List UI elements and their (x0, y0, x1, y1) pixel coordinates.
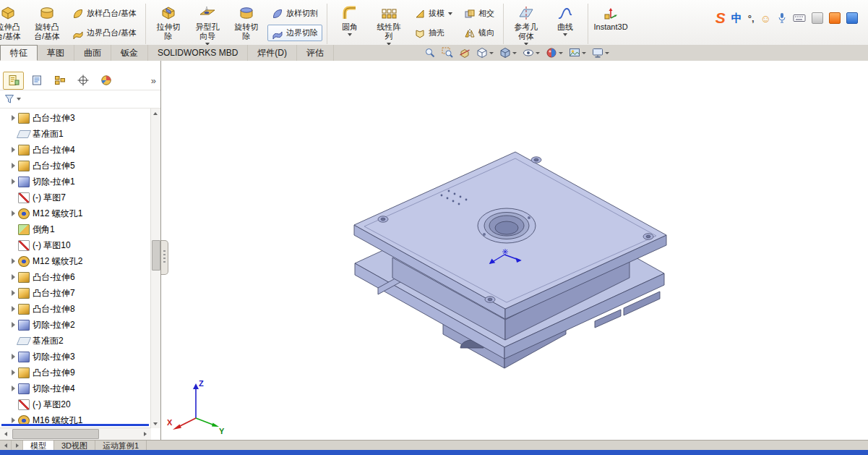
mirror-button[interactable]: 镜向 (460, 25, 499, 41)
tree-item[interactable]: 凸台-拉伸8 (0, 301, 151, 317)
shell-button[interactable]: 抽壳 (410, 25, 457, 41)
expand-arrow-icon[interactable] (12, 370, 15, 375)
display-style-icon[interactable] (498, 46, 518, 60)
expand-arrow-icon[interactable] (12, 115, 15, 121)
mic-icon[interactable] (777, 12, 787, 24)
tab-scroll-right-icon[interactable] (12, 441, 23, 451)
curves-button[interactable]: 曲线 (546, 1, 585, 36)
emoji-icon[interactable]: ☺ (760, 12, 771, 25)
tree-horizontal-scrollbar[interactable] (0, 428, 151, 440)
expand-arrow-icon[interactable] (12, 211, 15, 216)
panel-splitter[interactable] (161, 240, 168, 275)
dimxpert-tab[interactable] (72, 72, 93, 90)
tree-item[interactable]: 基准面2 (0, 333, 151, 349)
vertical-scroll-thumb[interactable] (152, 240, 160, 271)
hide-show-items-icon[interactable] (521, 46, 541, 60)
configurationmanager-tab[interactable] (49, 72, 70, 90)
tab-motion-study[interactable]: 运动算例1 (95, 441, 147, 451)
boundary-cut-button[interactable]: 边界切除 (267, 25, 322, 41)
tree-item[interactable]: 凸台-拉伸5 (0, 158, 151, 174)
tree-item[interactable]: M12 螺纹孔1 (0, 205, 151, 221)
screenshot-icon[interactable] (812, 12, 823, 24)
filter-funnel-icon[interactable] (4, 94, 14, 104)
tree-item[interactable]: (-) 草图7 (0, 190, 151, 205)
3d-model[interactable] (161, 61, 868, 440)
expand-arrow-icon[interactable] (12, 322, 15, 328)
expand-arrow-icon[interactable] (12, 163, 15, 169)
sogou-logo-icon[interactable]: S (716, 11, 726, 25)
tree-item[interactable]: 切除-拉伸1 (0, 174, 151, 190)
tree-item[interactable]: 凸台-拉伸4 (0, 142, 151, 158)
tab-evaluate[interactable]: 评估 (297, 45, 334, 61)
expand-arrow-icon[interactable] (12, 258, 15, 264)
apply-scene-icon[interactable] (567, 46, 588, 60)
displaymanager-tab[interactable] (95, 72, 116, 90)
zoom-fit-icon[interactable] (423, 46, 437, 60)
tab-3d-views[interactable]: 3D视图 (54, 441, 95, 451)
extruded-cut-button[interactable]: 拉伸切 除 (149, 1, 188, 41)
rollback-bar[interactable] (1, 424, 149, 426)
tree-item[interactable]: 切除-拉伸3 (0, 349, 151, 365)
tree-item[interactable]: 基准面1 (0, 126, 151, 142)
boundary-boss-base-button[interactable]: 边界凸台/基体 (68, 25, 141, 41)
reference-geometry-button[interactable]: 参考几 何体 (507, 1, 546, 46)
revolved-cut-button[interactable]: 旋转切 除 (227, 1, 266, 41)
lofted-cut-button[interactable]: 放样切割 (267, 5, 322, 22)
scroll-up-icon[interactable] (151, 109, 160, 118)
tree-item[interactable]: 凸台-拉伸3 (0, 110, 151, 126)
graphics-area[interactable]: Z X Y (161, 61, 868, 440)
instant3d-button[interactable]: Instant3D (591, 1, 630, 32)
linear-pattern-button[interactable]: 线性阵 列 (369, 1, 408, 46)
expand-arrow-icon[interactable] (12, 386, 15, 391)
tree-item[interactable]: (-) 草图10 (0, 237, 151, 253)
expand-arrow-icon[interactable] (12, 417, 15, 423)
tab-scroll-left-icon[interactable] (0, 441, 12, 451)
scroll-left-icon[interactable] (1, 430, 11, 439)
view-orientation-icon[interactable] (475, 46, 495, 60)
lofted-boss-base-button[interactable]: 放样凸台/基体 (68, 5, 141, 22)
view-settings-icon[interactable] (590, 46, 611, 60)
tree-item[interactable]: 凸台-拉伸7 (0, 285, 151, 301)
draft-button[interactable]: 拔模 (410, 5, 457, 22)
expand-arrow-icon[interactable] (12, 147, 15, 153)
expand-arrow-icon[interactable] (12, 274, 15, 280)
tab-solidworks-mbd[interactable]: SOLIDWORKS MBD (148, 45, 248, 61)
toolbox-icon[interactable] (846, 12, 858, 24)
expand-arrow-icon[interactable] (12, 179, 15, 184)
featuremanager-tab[interactable] (3, 72, 24, 90)
tree-vertical-scrollbar[interactable] (150, 109, 160, 428)
keyboard-icon[interactable] (793, 13, 806, 23)
panel-overflow-chevron[interactable]: » (151, 75, 158, 86)
scroll-right-icon[interactable] (140, 430, 150, 439)
dropdown-caret-icon[interactable] (17, 98, 21, 101)
input-mode-indicator[interactable]: 中 (731, 12, 742, 25)
hole-wizard-button[interactable]: 异型孔 向导 (188, 1, 227, 46)
tree-item[interactable]: 倒角1 (0, 221, 151, 237)
expand-arrow-icon[interactable] (12, 354, 15, 360)
scroll-down-icon[interactable] (151, 419, 160, 428)
expand-arrow-icon[interactable] (12, 306, 15, 312)
tab-model[interactable]: 模型 (23, 441, 54, 451)
tab-weldments[interactable]: 焊件(D) (248, 45, 297, 61)
skin-icon[interactable] (829, 12, 841, 24)
tree-item[interactable]: 凸台-拉伸9 (0, 365, 151, 380)
fillet-button[interactable]: 圆角 (330, 1, 369, 36)
tree-item[interactable]: M12 螺纹孔2 (0, 253, 151, 269)
tree-item[interactable]: 凸台-拉伸6 (0, 269, 151, 285)
tab-sketch[interactable]: 草图 (38, 45, 74, 61)
tree-item[interactable]: 切除-拉伸4 (0, 380, 151, 396)
tab-features[interactable]: 特征 (0, 45, 38, 61)
section-view-icon[interactable] (457, 46, 472, 60)
revolved-boss-base-button[interactable]: 旋转凸 台/基体 (27, 1, 66, 41)
tab-sheet-metal[interactable]: 钣金 (111, 45, 148, 61)
propertymanager-tab[interactable] (26, 72, 47, 90)
tree-item[interactable]: (-) 草图20 (0, 396, 151, 412)
expand-arrow-icon[interactable] (12, 290, 15, 296)
tree-item[interactable]: 切除-拉伸2 (0, 317, 151, 333)
extruded-boss-base-button[interactable]: 拉伸凸 台/基体 (0, 1, 27, 41)
tab-surfaces[interactable]: 曲面 (74, 45, 111, 61)
intersect-button[interactable]: 相交 (460, 5, 499, 22)
horizontal-scroll-thumb[interactable] (12, 429, 99, 439)
zoom-area-icon[interactable] (440, 46, 455, 60)
punctuation-icon[interactable]: °, (748, 13, 755, 24)
